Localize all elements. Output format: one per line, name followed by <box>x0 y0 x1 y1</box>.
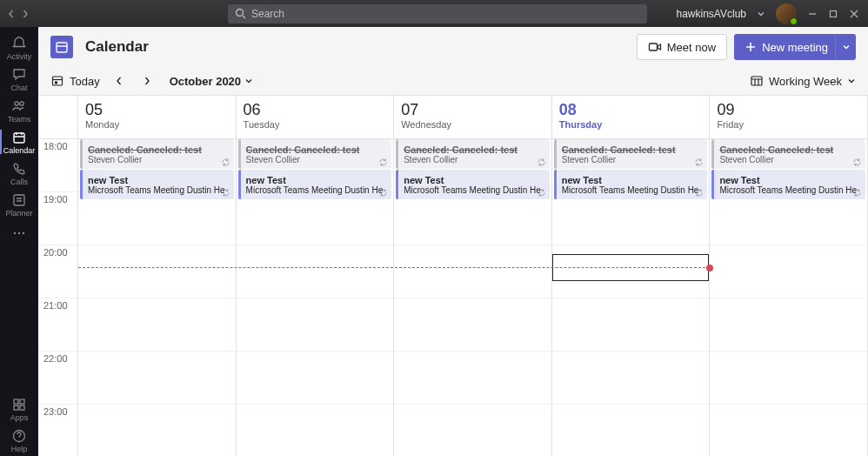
rail-label: Activity <box>7 52 32 61</box>
day-number: 09 <box>717 101 860 119</box>
day-number: 07 <box>401 101 544 119</box>
event-canceled[interactable]: Canceled: Canceled: testSteven Collier <box>238 139 392 169</box>
time-label: 19:00 <box>38 192 77 245</box>
time-label: 21:00 <box>38 298 77 352</box>
event-canceled[interactable]: Canceled: Canceled: testSteven Collier <box>554 139 708 169</box>
time-label: 23:00 <box>38 405 77 456</box>
new-meeting-dropdown[interactable] <box>835 34 856 60</box>
titlebar: hawkinsAVclub <box>0 0 868 27</box>
recurring-icon <box>537 158 546 167</box>
today-icon <box>50 74 64 88</box>
svg-rect-11 <box>14 406 18 410</box>
day-body[interactable]: Canceled: Canceled: testSteven Collierne… <box>394 139 551 456</box>
day-column[interactable]: 07WednesdayCanceled: Canceled: testSteve… <box>394 96 552 456</box>
svg-point-0 <box>237 10 244 17</box>
search-box[interactable] <box>228 4 647 23</box>
day-body[interactable]: Canceled: Canceled: testSteven Collierne… <box>710 139 867 456</box>
day-column[interactable]: 08ThursdayCanceled: Canceled: testSteven… <box>552 96 711 456</box>
chevron-down-icon <box>847 77 856 85</box>
svg-rect-18 <box>751 77 762 85</box>
maximize-button[interactable] <box>828 9 838 19</box>
forward-button[interactable] <box>21 10 30 18</box>
svg-rect-14 <box>57 43 67 52</box>
event-meeting[interactable]: new TestMicrosoft Teams Meeting Dustin H… <box>396 170 550 199</box>
day-header: 08Thursday <box>552 96 710 139</box>
day-column[interactable]: 05MondayCanceled: Canceled: testSteven C… <box>78 96 237 456</box>
event-title: Canceled: Canceled: test <box>88 144 229 155</box>
video-icon <box>648 40 662 54</box>
rail-teams[interactable]: Teams <box>0 95 38 126</box>
rail-apps[interactable]: Apps <box>0 393 38 425</box>
svg-rect-5 <box>14 195 24 205</box>
rail-help[interactable]: Help <box>0 425 38 456</box>
prev-week-button[interactable] <box>110 72 128 90</box>
svg-point-8 <box>23 232 24 234</box>
day-header: 09Friday <box>710 96 867 139</box>
rail-chat[interactable]: Chat <box>0 64 38 95</box>
today-button[interactable]: Today <box>50 74 100 88</box>
day-column[interactable]: 09FridayCanceled: Canceled: testSteven C… <box>710 96 868 456</box>
event-meeting[interactable]: new TestMicrosoft Teams Meeting Dustin H… <box>554 170 708 199</box>
chevron-down-icon <box>244 77 253 85</box>
meet-now-button[interactable]: Meet now <box>637 34 727 60</box>
day-column[interactable]: 06TuesdayCanceled: Canceled: testSteven … <box>237 96 395 456</box>
next-week-button[interactable] <box>138 72 156 90</box>
event-title: Canceled: Canceled: test <box>562 144 703 155</box>
rail-more[interactable] <box>11 225 27 241</box>
view-label: Working Week <box>769 75 842 88</box>
minimize-button[interactable] <box>807 9 818 19</box>
svg-rect-1 <box>831 10 837 17</box>
search-icon <box>235 8 246 19</box>
event-organizer: Steven Collier <box>719 155 860 164</box>
month-picker[interactable]: October 2020 <box>170 75 253 88</box>
event-canceled[interactable]: Canceled: Canceled: testSteven Collier <box>80 139 234 169</box>
page-header: Calendar Meet now New meeting <box>38 27 868 67</box>
rail-calendar[interactable]: Calendar <box>0 126 38 158</box>
svg-point-6 <box>14 232 16 234</box>
current-time-line <box>78 267 710 268</box>
rail-label: Teams <box>8 115 31 124</box>
search-input[interactable] <box>251 8 640 20</box>
day-body[interactable]: Canceled: Canceled: testSteven Collierne… <box>552 139 710 456</box>
event-meeting[interactable]: new TestMicrosoft Teams Meeting Dustin H… <box>238 170 392 199</box>
rail-label: Calls <box>10 178 28 186</box>
day-body[interactable]: Canceled: Canceled: testSteven Collierne… <box>78 139 236 456</box>
plus-icon <box>744 41 757 53</box>
day-number: 05 <box>85 101 229 119</box>
day-body[interactable]: Canceled: Canceled: testSteven Collierne… <box>237 139 394 456</box>
svg-rect-15 <box>649 44 657 50</box>
day-name: Thursday <box>559 119 703 130</box>
day-name: Monday <box>85 119 229 130</box>
rail-calls[interactable]: Calls <box>0 158 38 189</box>
view-selector[interactable]: Working Week <box>750 74 856 88</box>
event-meeting[interactable]: new TestMicrosoft Teams Meeting Dustin H… <box>80 170 234 199</box>
event-meeting[interactable]: new TestMicrosoft Teams Meeting Dustin H… <box>711 170 865 199</box>
day-header: 07Wednesday <box>394 96 551 139</box>
back-button[interactable] <box>7 10 16 18</box>
event-title: Canceled: Canceled: test <box>719 144 860 155</box>
event-canceled[interactable]: Canceled: Canceled: testSteven Collier <box>396 139 550 169</box>
month-label: October 2020 <box>170 75 241 88</box>
day-number: 06 <box>244 101 387 119</box>
rail-planner[interactable]: Planner <box>0 189 38 220</box>
avatar[interactable] <box>776 3 797 24</box>
day-number: 08 <box>559 101 703 119</box>
recurring-icon <box>694 188 704 198</box>
day-header: 05Monday <box>78 96 236 139</box>
svg-point-7 <box>18 232 20 234</box>
recurring-icon <box>378 158 388 167</box>
rail-activity[interactable]: Activity <box>0 32 38 64</box>
chevron-down-icon[interactable] <box>757 10 765 18</box>
time-gutter: 18:0019:0020:0021:0022:0023:00 <box>38 96 78 456</box>
svg-point-3 <box>20 101 23 104</box>
svg-rect-9 <box>14 399 18 404</box>
username-label[interactable]: hawkinsAVclub <box>677 8 746 20</box>
event-title: Canceled: Canceled: test <box>404 144 544 155</box>
svg-point-2 <box>15 101 18 104</box>
app-rail: Activity Chat Teams Calendar Calls Plann… <box>0 27 38 456</box>
event-canceled[interactable]: Canceled: Canceled: testSteven Collier <box>711 139 865 169</box>
new-meeting-button[interactable]: New meeting <box>734 34 838 60</box>
close-button[interactable] <box>849 9 859 19</box>
event-details: Microsoft Teams Meeting Dustin He <box>719 185 860 195</box>
event-organizer: Steven Collier <box>88 155 229 164</box>
